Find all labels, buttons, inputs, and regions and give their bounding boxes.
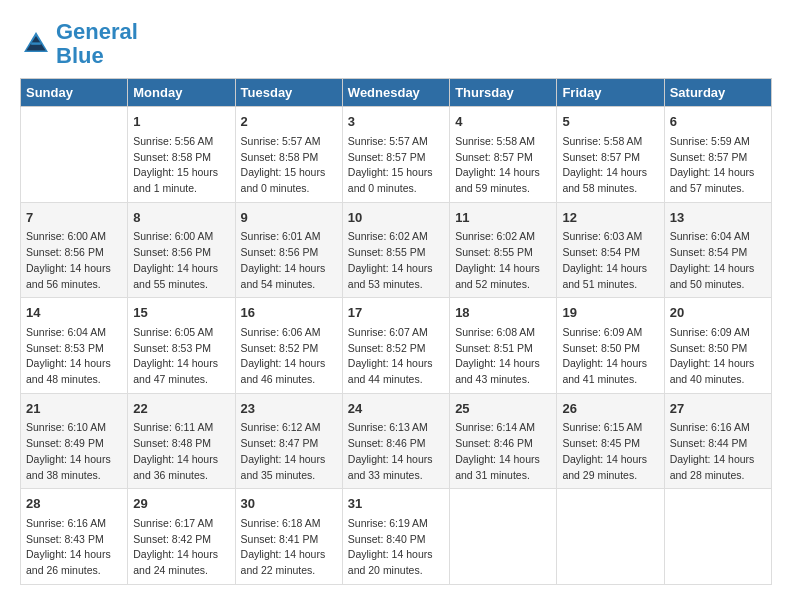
day-cell: 31Sunrise: 6:19 AMSunset: 8:40 PMDayligh… (342, 489, 449, 585)
day-info: Sunrise: 6:11 AMSunset: 8:48 PMDaylight:… (133, 420, 229, 483)
header-row: SundayMondayTuesdayWednesdayThursdayFrid… (21, 79, 772, 107)
day-cell (21, 107, 128, 203)
day-cell: 12Sunrise: 6:03 AMSunset: 8:54 PMDayligh… (557, 202, 664, 298)
day-number: 29 (133, 494, 229, 514)
page-header: General Blue (20, 20, 772, 68)
day-cell: 29Sunrise: 6:17 AMSunset: 8:42 PMDayligh… (128, 489, 235, 585)
day-cell: 20Sunrise: 6:09 AMSunset: 8:50 PMDayligh… (664, 298, 771, 394)
day-info: Sunrise: 5:58 AMSunset: 8:57 PMDaylight:… (562, 134, 658, 197)
day-number: 20 (670, 303, 766, 323)
day-cell: 19Sunrise: 6:09 AMSunset: 8:50 PMDayligh… (557, 298, 664, 394)
day-info: Sunrise: 6:10 AMSunset: 8:49 PMDaylight:… (26, 420, 122, 483)
day-number: 5 (562, 112, 658, 132)
day-number: 1 (133, 112, 229, 132)
day-cell: 9Sunrise: 6:01 AMSunset: 8:56 PMDaylight… (235, 202, 342, 298)
logo: General Blue (20, 20, 138, 68)
day-cell: 11Sunrise: 6:02 AMSunset: 8:55 PMDayligh… (450, 202, 557, 298)
day-number: 15 (133, 303, 229, 323)
day-info: Sunrise: 5:58 AMSunset: 8:57 PMDaylight:… (455, 134, 551, 197)
day-number: 27 (670, 399, 766, 419)
week-row-5: 28Sunrise: 6:16 AMSunset: 8:43 PMDayligh… (21, 489, 772, 585)
day-number: 7 (26, 208, 122, 228)
day-info: Sunrise: 6:14 AMSunset: 8:46 PMDaylight:… (455, 420, 551, 483)
day-info: Sunrise: 5:57 AMSunset: 8:57 PMDaylight:… (348, 134, 444, 197)
day-number: 21 (26, 399, 122, 419)
day-cell: 27Sunrise: 6:16 AMSunset: 8:44 PMDayligh… (664, 393, 771, 489)
day-info: Sunrise: 6:00 AMSunset: 8:56 PMDaylight:… (26, 229, 122, 292)
day-number: 16 (241, 303, 337, 323)
week-row-2: 7Sunrise: 6:00 AMSunset: 8:56 PMDaylight… (21, 202, 772, 298)
day-cell (557, 489, 664, 585)
day-cell: 3Sunrise: 5:57 AMSunset: 8:57 PMDaylight… (342, 107, 449, 203)
day-cell: 17Sunrise: 6:07 AMSunset: 8:52 PMDayligh… (342, 298, 449, 394)
day-number: 11 (455, 208, 551, 228)
day-cell: 24Sunrise: 6:13 AMSunset: 8:46 PMDayligh… (342, 393, 449, 489)
day-info: Sunrise: 6:07 AMSunset: 8:52 PMDaylight:… (348, 325, 444, 388)
day-cell: 28Sunrise: 6:16 AMSunset: 8:43 PMDayligh… (21, 489, 128, 585)
week-row-3: 14Sunrise: 6:04 AMSunset: 8:53 PMDayligh… (21, 298, 772, 394)
day-cell (664, 489, 771, 585)
day-number: 3 (348, 112, 444, 132)
day-cell (450, 489, 557, 585)
day-number: 31 (348, 494, 444, 514)
day-info: Sunrise: 6:06 AMSunset: 8:52 PMDaylight:… (241, 325, 337, 388)
calendar-table: SundayMondayTuesdayWednesdayThursdayFrid… (20, 78, 772, 585)
day-cell: 21Sunrise: 6:10 AMSunset: 8:49 PMDayligh… (21, 393, 128, 489)
logo-text: General Blue (56, 20, 138, 68)
header-cell-sunday: Sunday (21, 79, 128, 107)
day-info: Sunrise: 5:57 AMSunset: 8:58 PMDaylight:… (241, 134, 337, 197)
day-number: 28 (26, 494, 122, 514)
day-info: Sunrise: 6:19 AMSunset: 8:40 PMDaylight:… (348, 516, 444, 579)
day-info: Sunrise: 6:01 AMSunset: 8:56 PMDaylight:… (241, 229, 337, 292)
day-info: Sunrise: 6:16 AMSunset: 8:43 PMDaylight:… (26, 516, 122, 579)
day-info: Sunrise: 6:17 AMSunset: 8:42 PMDaylight:… (133, 516, 229, 579)
day-number: 17 (348, 303, 444, 323)
day-number: 22 (133, 399, 229, 419)
header-cell-friday: Friday (557, 79, 664, 107)
day-number: 26 (562, 399, 658, 419)
day-info: Sunrise: 5:59 AMSunset: 8:57 PMDaylight:… (670, 134, 766, 197)
day-number: 13 (670, 208, 766, 228)
day-info: Sunrise: 6:16 AMSunset: 8:44 PMDaylight:… (670, 420, 766, 483)
day-cell: 18Sunrise: 6:08 AMSunset: 8:51 PMDayligh… (450, 298, 557, 394)
day-info: Sunrise: 6:13 AMSunset: 8:46 PMDaylight:… (348, 420, 444, 483)
day-info: Sunrise: 6:04 AMSunset: 8:54 PMDaylight:… (670, 229, 766, 292)
day-info: Sunrise: 6:05 AMSunset: 8:53 PMDaylight:… (133, 325, 229, 388)
day-info: Sunrise: 6:04 AMSunset: 8:53 PMDaylight:… (26, 325, 122, 388)
day-info: Sunrise: 6:02 AMSunset: 8:55 PMDaylight:… (455, 229, 551, 292)
day-cell: 1Sunrise: 5:56 AMSunset: 8:58 PMDaylight… (128, 107, 235, 203)
header-cell-wednesday: Wednesday (342, 79, 449, 107)
day-number: 25 (455, 399, 551, 419)
day-info: Sunrise: 6:03 AMSunset: 8:54 PMDaylight:… (562, 229, 658, 292)
day-info: Sunrise: 6:09 AMSunset: 8:50 PMDaylight:… (670, 325, 766, 388)
day-cell: 13Sunrise: 6:04 AMSunset: 8:54 PMDayligh… (664, 202, 771, 298)
day-cell: 8Sunrise: 6:00 AMSunset: 8:56 PMDaylight… (128, 202, 235, 298)
day-info: Sunrise: 6:18 AMSunset: 8:41 PMDaylight:… (241, 516, 337, 579)
svg-rect-2 (31, 43, 41, 45)
day-cell: 5Sunrise: 5:58 AMSunset: 8:57 PMDaylight… (557, 107, 664, 203)
day-cell: 30Sunrise: 6:18 AMSunset: 8:41 PMDayligh… (235, 489, 342, 585)
day-number: 12 (562, 208, 658, 228)
day-cell: 2Sunrise: 5:57 AMSunset: 8:58 PMDaylight… (235, 107, 342, 203)
day-info: Sunrise: 6:15 AMSunset: 8:45 PMDaylight:… (562, 420, 658, 483)
day-cell: 10Sunrise: 6:02 AMSunset: 8:55 PMDayligh… (342, 202, 449, 298)
logo-icon (20, 28, 52, 60)
day-cell: 15Sunrise: 6:05 AMSunset: 8:53 PMDayligh… (128, 298, 235, 394)
header-cell-thursday: Thursday (450, 79, 557, 107)
day-info: Sunrise: 6:09 AMSunset: 8:50 PMDaylight:… (562, 325, 658, 388)
day-number: 23 (241, 399, 337, 419)
day-cell: 25Sunrise: 6:14 AMSunset: 8:46 PMDayligh… (450, 393, 557, 489)
day-number: 6 (670, 112, 766, 132)
day-cell: 26Sunrise: 6:15 AMSunset: 8:45 PMDayligh… (557, 393, 664, 489)
day-cell: 23Sunrise: 6:12 AMSunset: 8:47 PMDayligh… (235, 393, 342, 489)
day-number: 4 (455, 112, 551, 132)
day-number: 14 (26, 303, 122, 323)
day-number: 8 (133, 208, 229, 228)
day-number: 24 (348, 399, 444, 419)
day-cell: 16Sunrise: 6:06 AMSunset: 8:52 PMDayligh… (235, 298, 342, 394)
day-cell: 7Sunrise: 6:00 AMSunset: 8:56 PMDaylight… (21, 202, 128, 298)
week-row-4: 21Sunrise: 6:10 AMSunset: 8:49 PMDayligh… (21, 393, 772, 489)
header-cell-saturday: Saturday (664, 79, 771, 107)
day-cell: 6Sunrise: 5:59 AMSunset: 8:57 PMDaylight… (664, 107, 771, 203)
day-number: 10 (348, 208, 444, 228)
